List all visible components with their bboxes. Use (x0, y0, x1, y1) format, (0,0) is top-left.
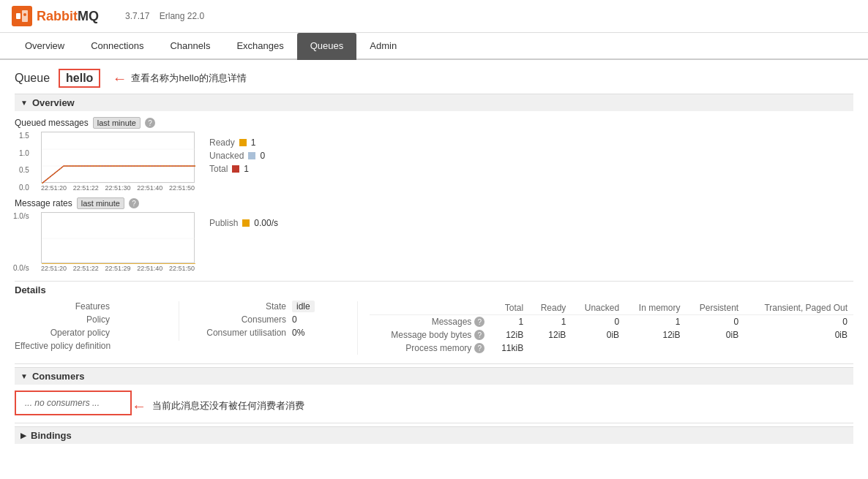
messages-help-icon[interactable]: ? (474, 317, 484, 327)
details-section: Details Features Policy Operator policy … (15, 284, 853, 355)
state-idle-badge: idle (292, 301, 315, 312)
process-memory-help-icon[interactable]: ? (474, 343, 484, 353)
section-divider-2 (15, 363, 853, 364)
queued-messages-label-row: Queued messages last minute ? (15, 117, 853, 129)
consumers-section-header[interactable]: ▼ Consumers (15, 367, 853, 385)
chart2-wrapper: 1.0/s 0.0/s 22:51:20 22:51:22 22:51:2 (41, 212, 195, 272)
operator-policy-label: Operator policy (15, 328, 110, 338)
no-consumers-box: ... no consumers ... (15, 391, 132, 415)
policy-label: Policy (15, 314, 110, 325)
consumers-row: Consumers 0 (191, 314, 340, 325)
process-memory-transient (744, 342, 853, 355)
legend-total-value: 1 (244, 164, 249, 174)
details-col3: Total Ready Unacked In memory Persistent… (357, 301, 853, 355)
legend-unacked-value: 0 (260, 151, 265, 161)
queued-messages-help-icon[interactable]: ? (145, 118, 155, 128)
stats-body-bytes-label: Message body bytes ? (370, 328, 490, 342)
process-memory-in-memory (625, 342, 686, 355)
features-row: Features (15, 301, 161, 312)
chart2-box (41, 212, 195, 263)
legend-ready-label: Ready (209, 137, 235, 148)
last-minute-badge[interactable]: last minute (93, 117, 141, 129)
stats-messages-label: Messages ? (370, 315, 490, 329)
body-bytes-in-memory: 12iB (625, 328, 686, 342)
chart1-x-labels: 22:51:20 22:51:22 22:51:30 22:51:40 22:5… (41, 184, 195, 192)
legend-total-label: Total (209, 164, 228, 174)
process-memory-total: 11kiB (490, 342, 529, 355)
chart1-svg (42, 132, 195, 184)
arrow-icon: ← (112, 70, 127, 87)
body-bytes-help-icon[interactable]: ? (474, 330, 484, 340)
queue-annotation-text: 查看名称为hello的消息详情 (131, 72, 246, 85)
chart1-wrapper: 1.5 1.0 0.5 0.0 (41, 132, 195, 192)
process-memory-unacked (572, 342, 625, 355)
stats-messages-text: Messages (432, 317, 472, 327)
queue-title-row: Queue hello ← 查看名称为hello的消息详情 (15, 69, 853, 88)
consumers-annotation-text: 当前此消息还没有被任何消费者消费 (152, 399, 304, 412)
erlang-version: Erlang 22.0 (160, 11, 204, 21)
legend-total-color (232, 165, 239, 173)
queue-label: Queue (15, 72, 50, 85)
legend-unacked-label: Unacked (209, 151, 244, 161)
no-consumers-text: ... no consumers ... (25, 398, 100, 408)
version-number: 3.7.17 (125, 11, 149, 21)
stats-col-persistent: Persistent (686, 301, 745, 315)
nav-channels[interactable]: Channels (157, 33, 223, 60)
body-bytes-transient: 0iB (744, 328, 853, 342)
header: RabbitMQ 3.7.17 Erlang 22.0 (0, 0, 868, 33)
consumers-label: Consumers (191, 314, 286, 325)
legend-publish-color (242, 219, 250, 227)
stats-col-in-memory: In memory (625, 301, 686, 315)
bindings-section-header[interactable]: ▶ Bindings (15, 426, 853, 444)
stats-process-memory-row: Process memory ? 11kiB (370, 342, 853, 355)
policy-row: Policy (15, 314, 161, 325)
svg-rect-0 (16, 13, 20, 19)
queued-messages-legend: Ready 1 Unacked 0 Total 1 (209, 137, 265, 174)
messages-transient: 0 (744, 315, 853, 329)
message-rates-chart-container: 1.0/s 0.0/s 22:51:20 22:51:22 22:51:2 (15, 212, 853, 272)
nav-overview[interactable]: Overview (12, 33, 78, 60)
legend-publish-label: Publish (209, 218, 238, 228)
legend-ready-value: 1 (251, 137, 256, 148)
stats-col-transient: Transient, Paged Out (744, 301, 853, 315)
nav-exchanges[interactable]: Exchanges (223, 33, 296, 60)
stats-col-label (370, 301, 490, 315)
messages-unacked: 0 (572, 315, 625, 329)
consumers-section-title: Consumers (32, 371, 85, 382)
legend-ready-color (239, 139, 247, 146)
nav-queues[interactable]: Queues (297, 33, 357, 60)
messages-in-memory: 1 (625, 315, 686, 329)
overview-section-header[interactable]: ▼ Overview (15, 94, 853, 111)
nav-connections[interactable]: Connections (78, 33, 157, 60)
details-col1: Features Policy Operator policy Effectiv… (15, 301, 161, 354)
section-divider-3 (15, 423, 853, 423)
stats-process-memory-label: Process memory ? (370, 342, 490, 355)
consumer-utilisation-label: Consumer utilisation (191, 328, 286, 338)
body-bytes-total: 12iB (490, 328, 529, 342)
nav-admin[interactable]: Admin (356, 33, 410, 60)
legend-publish-value: 0.00/s (254, 218, 278, 228)
details-col2: State idle Consumers 0 Consumer utilisat… (179, 301, 340, 341)
logo-icon (12, 6, 32, 26)
main-nav: Overview Connections Channels Exchanges … (0, 33, 868, 60)
svg-point-2 (23, 13, 26, 16)
effective-policy-label: Effective policy definition (15, 341, 111, 351)
stats-header-row: Total Ready Unacked In memory Persistent… (370, 301, 853, 315)
queued-messages-chart-container: 1.5 1.0 0.5 0.0 (15, 132, 853, 192)
stats-body-bytes-text: Message body bytes (391, 330, 471, 340)
message-rates-help-icon[interactable]: ? (129, 198, 139, 208)
message-rates-legend: Publish 0.00/s (209, 218, 278, 228)
main-content: Queue hello ← 查看名称为hello的消息详情 ▼ Overview… (0, 60, 868, 459)
overview-content: Queued messages last minute ? 1.5 1.0 0.… (15, 117, 853, 272)
effective-policy-row: Effective policy definition (15, 341, 161, 351)
overview-section-title: Overview (32, 97, 75, 108)
message-rates-label: Message rates (15, 198, 72, 208)
legend-unacked: Unacked 0 (209, 151, 265, 161)
overview-toggle-icon: ▼ (20, 99, 28, 107)
stats-col-unacked: Unacked (572, 301, 625, 315)
queue-name-box: hello (59, 69, 100, 88)
legend-unacked-color (248, 152, 255, 159)
message-rates-badge[interactable]: last minute (77, 197, 124, 209)
body-bytes-unacked: 0iB (572, 328, 625, 342)
stats-process-memory-text: Process memory (405, 343, 471, 353)
